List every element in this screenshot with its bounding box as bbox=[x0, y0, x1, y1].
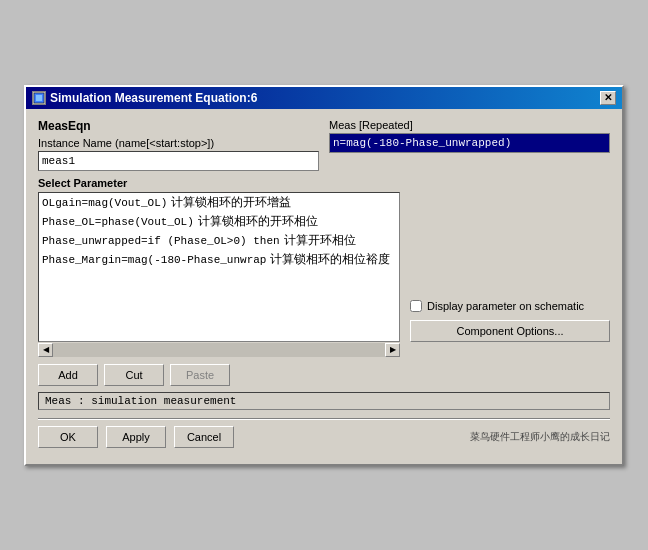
add-button[interactable]: Add bbox=[38, 364, 98, 386]
main-window: Simulation Measurement Equation:6 ✕ Meas… bbox=[24, 85, 624, 466]
display-param-row: Display parameter on schematic bbox=[410, 300, 610, 312]
select-param-label: Select Parameter bbox=[38, 177, 610, 189]
component-options-button[interactable]: Component Options... bbox=[410, 320, 610, 342]
ok-button[interactable]: OK bbox=[38, 426, 98, 448]
status-bar: Meas : simulation measurement bbox=[38, 392, 610, 410]
bottom-button-row: OK Apply Cancel 菜鸟硬件工程师小鹰的成长日记 bbox=[38, 426, 610, 454]
scroll-left-btn[interactable]: ◀ bbox=[38, 343, 53, 357]
scroll-right-btn[interactable]: ▶ bbox=[385, 343, 400, 357]
hscroll-row: ◀ ▶ bbox=[38, 342, 400, 358]
display-param-checkbox[interactable] bbox=[410, 300, 422, 312]
param-list[interactable]: OLgain=mag(Vout_OL) 计算锁相环的开环增益 Phase_OL=… bbox=[38, 192, 400, 342]
meas-repeated-label: Meas [Repeated] bbox=[329, 119, 610, 131]
instance-label: Instance Name (name[<start:stop>]) bbox=[38, 137, 319, 149]
list-item[interactable]: Phase_Margin=mag(-180-Phase_unwrap 计算锁相环… bbox=[39, 250, 399, 269]
meas-value-display: n=mag(-180-Phase_unwrapped) bbox=[329, 133, 610, 153]
right-panel: Display parameter on schematic Component… bbox=[410, 192, 610, 358]
meas-eqn-label: MeasEqn bbox=[38, 119, 319, 133]
apply-button[interactable]: Apply bbox=[106, 426, 166, 448]
cancel-button[interactable]: Cancel bbox=[174, 426, 234, 448]
instance-name-input[interactable] bbox=[38, 151, 319, 171]
content-area: MeasEqn Instance Name (name[<start:stop>… bbox=[26, 109, 622, 464]
titlebar: Simulation Measurement Equation:6 ✕ bbox=[26, 87, 622, 109]
list-item[interactable]: Phase_unwrapped=if (Phase_OL>0) then 计算开… bbox=[39, 231, 399, 250]
divider bbox=[38, 418, 610, 420]
window-title: Simulation Measurement Equation:6 bbox=[50, 91, 257, 105]
titlebar-left: Simulation Measurement Equation:6 bbox=[32, 91, 257, 105]
list-item[interactable]: Phase_OL=phase(Vout_OL) 计算锁相环的开环相位 bbox=[39, 212, 399, 231]
left-column: MeasEqn Instance Name (name[<start:stop>… bbox=[38, 119, 319, 171]
main-area: OLgain=mag(Vout_OL) 计算锁相环的开环增益 Phase_OL=… bbox=[38, 192, 610, 358]
top-row: MeasEqn Instance Name (name[<start:stop>… bbox=[38, 119, 610, 171]
watermark-label: 菜鸟硬件工程师小鹰的成长日记 bbox=[470, 430, 610, 444]
hscroll-track[interactable] bbox=[53, 343, 385, 357]
close-button[interactable]: ✕ bbox=[600, 91, 616, 105]
list-item[interactable]: OLgain=mag(Vout_OL) 计算锁相环的开环增益 bbox=[39, 193, 399, 212]
status-text: Meas : simulation measurement bbox=[45, 395, 236, 407]
svg-rect-1 bbox=[36, 95, 42, 101]
display-param-label: Display parameter on schematic bbox=[427, 300, 584, 312]
paste-button[interactable]: Paste bbox=[170, 364, 230, 386]
cut-button[interactable]: Cut bbox=[104, 364, 164, 386]
right-column: Meas [Repeated] n=mag(-180-Phase_unwrapp… bbox=[329, 119, 610, 171]
window-icon bbox=[32, 91, 46, 105]
param-list-container: OLgain=mag(Vout_OL) 计算锁相环的开环增益 Phase_OL=… bbox=[38, 192, 400, 358]
edit-button-row: Add Cut Paste bbox=[38, 364, 610, 386]
